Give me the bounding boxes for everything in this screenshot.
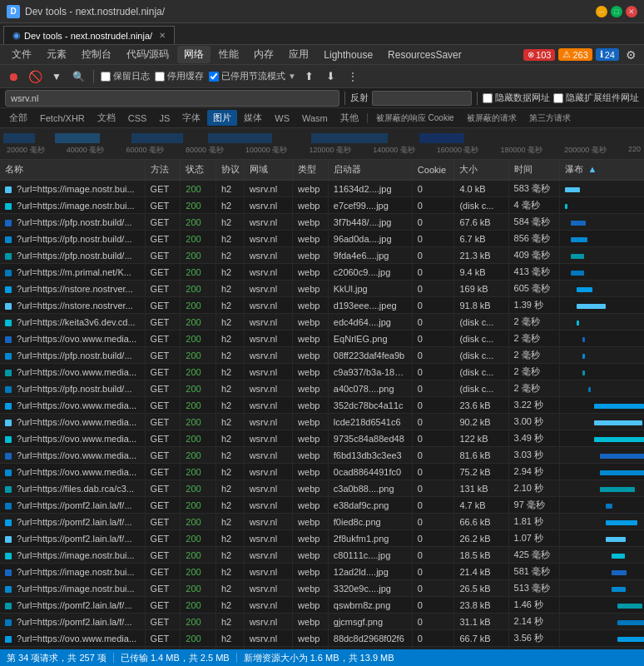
cell-status: 200 — [181, 647, 216, 650]
filter-toggle-button[interactable]: ▼ — [48, 68, 65, 85]
table-row[interactable]: ?url=https://pfp.nostr.build/... GET 200… — [0, 231, 644, 247]
table-row[interactable]: ?url=https://ovo.www.media... GET 200 h2… — [0, 447, 644, 464]
table-row[interactable]: ?url=https://image.nostr.bui... GET 200 … — [0, 564, 644, 580]
preserve-log-checkbox[interactable]: 保留日志 — [101, 70, 150, 82]
table-row[interactable]: ?url=https://ovo.www.media... GET 200 h2… — [0, 430, 644, 447]
type-third-party[interactable]: 第三方请求 — [523, 111, 577, 126]
search-button[interactable]: 🔍 — [70, 68, 87, 85]
menu-application[interactable]: 应用 — [282, 46, 315, 63]
type-other[interactable]: 其他 — [334, 110, 364, 126]
waterfall-bar — [612, 554, 625, 559]
menu-file[interactable]: 文件 — [5, 46, 38, 63]
table-row[interactable]: ?url=https://pomf2.lain.la/f/... GET 200… — [0, 597, 644, 614]
table-row[interactable]: ?url=https://pfp.nostr.build/... GET 200… — [0, 380, 644, 397]
maximize-button[interactable]: □ — [611, 6, 622, 17]
menu-performance[interactable]: 性能 — [212, 46, 245, 63]
type-ws[interactable]: WS — [269, 112, 295, 125]
header-waterfall[interactable]: 瀑布 ▲ — [560, 160, 644, 180]
header-name[interactable]: 名称 — [0, 160, 145, 180]
type-js[interactable]: JS — [153, 112, 176, 125]
type-doc[interactable]: 文档 — [92, 110, 121, 126]
disable-cache-input[interactable] — [155, 72, 165, 82]
header-domain[interactable]: 网域 — [244, 160, 292, 180]
type-fetch-xhr[interactable]: Fetch/XHR — [34, 112, 91, 125]
cell-cookie: 0 — [412, 180, 454, 197]
cell-protocol: h2 — [215, 180, 244, 197]
type-all[interactable]: 全部 — [3, 110, 33, 126]
hide-extensions-input[interactable] — [553, 93, 563, 103]
table-row[interactable]: ?url=https://ovo.www.media... GET 200 h2… — [0, 414, 644, 430]
type-font[interactable]: 字体 — [176, 110, 206, 126]
table-row[interactable]: ?url=https://pomf2.lain.la/f/... GET 200… — [0, 497, 644, 514]
table-row[interactable]: ?url=https://ovo.www.media... GET 200 h2… — [0, 647, 644, 650]
minimize-button[interactable]: ─ — [596, 6, 607, 17]
record-button[interactable]: ⏺ — [5, 68, 22, 85]
import-button[interactable]: ⬆ — [301, 68, 318, 85]
table-row[interactable]: ?url=https://files.dab.rca/c3... GET 200… — [0, 480, 644, 497]
disable-cache-checkbox2[interactable]: 已停用节流模式 ▼ — [209, 70, 296, 82]
table-row[interactable]: ?url=https://pomf2.lain.la/f/... GET 200… — [0, 514, 644, 530]
hide-extensions-checkbox[interactable]: 隐藏扩展组件网址 — [553, 92, 639, 104]
header-status[interactable]: 状态 — [181, 160, 216, 180]
info-count-badge[interactable]: ℹ 24 — [596, 48, 619, 61]
header-method[interactable]: 方法 — [145, 160, 181, 180]
throttle-dropdown-icon[interactable]: ▼ — [288, 72, 296, 81]
menu-resources-saver[interactable]: ResourcesSaver — [381, 47, 468, 62]
cell-name: ?url=https://image.nostr.bui... — [0, 564, 145, 580]
active-browser-tab[interactable]: ◉ Dev tools - next.nostrudel.ninja/ ✕ — [3, 26, 175, 44]
preserve-log-input[interactable] — [101, 72, 111, 82]
menu-console[interactable]: 控制台 — [75, 46, 118, 63]
cell-name: ?url=https://pomf2.lain.la/f/... — [0, 497, 145, 514]
menu-sources[interactable]: 代码/源码 — [120, 46, 176, 63]
close-button[interactable]: ✕ — [626, 6, 637, 17]
table-row[interactable]: ?url=https://image.nostr.bui... GET 200 … — [0, 580, 644, 597]
table-row[interactable]: ?url=https://nstore.nostrver... GET 200 … — [0, 281, 644, 297]
warning-count-badge[interactable]: ⚠ 263 — [558, 48, 592, 61]
type-blocked-cookie[interactable]: 被屏蔽的响应 Cookie — [370, 111, 460, 126]
table-row[interactable]: ?url=https://image.nostr.bui... GET 200 … — [0, 197, 644, 214]
filter-input[interactable] — [372, 91, 472, 106]
menu-lighthouse[interactable]: Lighthouse — [317, 47, 379, 62]
type-img[interactable]: 图片 — [207, 110, 237, 126]
cell-initiator: edc4d64....jpg — [328, 314, 412, 331]
wf-tick-1: 20000 毫秒 — [7, 145, 45, 156]
menu-elements[interactable]: 元素 — [40, 46, 73, 63]
menu-memory[interactable]: 内存 — [247, 46, 280, 63]
type-wasm[interactable]: Wasm — [296, 112, 334, 125]
table-row[interactable]: ?url=https://ovo.www.media... GET 200 h2… — [0, 331, 644, 347]
table-row[interactable]: ?url=https://ovo.www.media... GET 200 h2… — [0, 464, 644, 480]
table-row[interactable]: ?url=https://image.nostr.bui... GET 200 … — [0, 547, 644, 564]
disable-cache-input2[interactable] — [209, 72, 219, 82]
table-row[interactable]: ?url=https://ovo.www.media... GET 200 h2… — [0, 364, 644, 380]
type-css[interactable]: CSS — [122, 112, 153, 125]
settings-button[interactable]: ⚙ — [622, 47, 639, 63]
header-protocol[interactable]: 协议 — [215, 160, 244, 180]
table-row[interactable]: ?url=https://pfp.nostr.build/... GET 200… — [0, 247, 644, 264]
header-type[interactable]: 类型 — [293, 160, 329, 180]
header-size[interactable]: 大小 — [454, 160, 508, 180]
table-row[interactable]: ?url=https://pfp.nostr.build/... GET 200… — [0, 214, 644, 231]
export-button[interactable]: ⬇ — [323, 68, 339, 85]
table-row[interactable]: ?url=https://keita3v6.dev.cd... GET 200 … — [0, 314, 644, 331]
hide-data-urls-input[interactable] — [483, 93, 493, 103]
table-row[interactable]: ?url=https://pfp.nostr.build/... GET 200… — [0, 347, 644, 364]
header-time[interactable]: 时间 — [508, 160, 560, 180]
table-row[interactable]: ?url=https://ovo.www.media... GET 200 h2… — [0, 630, 644, 647]
table-row[interactable]: ?url=https://pomf2.lain.la/f/... GET 200… — [0, 614, 644, 630]
table-row[interactable]: ?url=https://ovo.www.media... GET 200 h2… — [0, 397, 644, 414]
clear-button[interactable]: 🚫 — [27, 68, 43, 85]
menu-network[interactable]: 网络 — [177, 46, 211, 63]
table-row[interactable]: ?url=https://pomf2.lain.la/f/... GET 200… — [0, 530, 644, 547]
error-count-badge[interactable]: ⊗ 103 — [523, 49, 555, 61]
tab-close-icon[interactable]: ✕ — [159, 31, 166, 40]
table-row[interactable]: ?url=https://m.primal.net/K... GET 200 h… — [0, 264, 644, 281]
disable-cache-checkbox[interactable]: 停用缓存 — [155, 70, 204, 82]
type-media[interactable]: 媒体 — [238, 110, 268, 126]
hide-data-urls-checkbox[interactable]: 隐藏数据网址 — [483, 92, 550, 104]
table-row[interactable]: ?url=https://nstore.nostrver... GET 200 … — [0, 297, 644, 314]
header-cookie[interactable]: Cookie — [412, 160, 454, 180]
header-initiator[interactable]: 启动器 — [328, 160, 412, 180]
more-options-button[interactable]: ⋮ — [344, 68, 361, 85]
table-row[interactable]: ?url=https://image.nostr.bui... GET 200 … — [0, 180, 644, 197]
type-blocked-req[interactable]: 被屏蔽的请求 — [461, 111, 523, 126]
